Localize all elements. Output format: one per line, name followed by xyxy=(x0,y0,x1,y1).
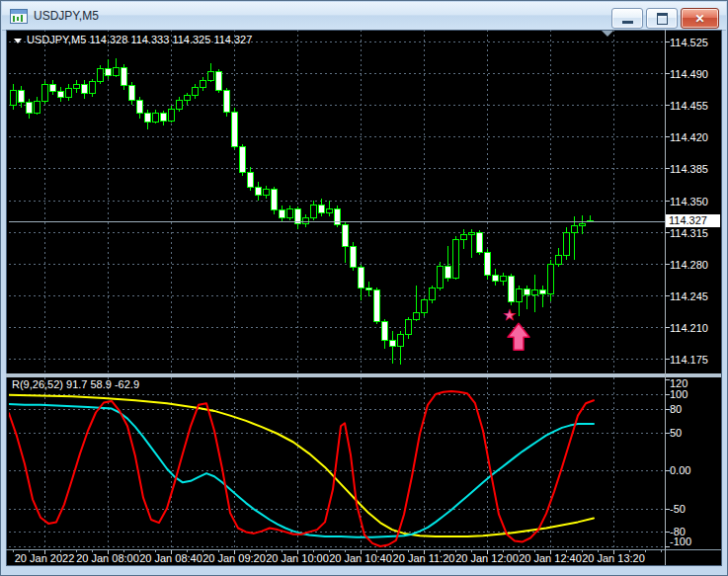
price-axis[interactable] xyxy=(666,30,721,549)
indicator-subwindow[interactable] xyxy=(6,377,665,547)
current-price-label: 114.327 xyxy=(666,214,720,227)
indicator-name-label: R(9,26,52) 91.7 58.9 -62.9 xyxy=(12,378,139,390)
mt4-chart-window: USDJPY,M5 ✕ ★114.525114.490114.455114.42… xyxy=(0,0,728,576)
chart-ohlc-header: USDJPY,M5 114.328 114.333 114.325 114.32… xyxy=(14,34,252,45)
chevron-down-icon[interactable] xyxy=(14,39,22,43)
header-ohlc: 114.328 114.333 114.325 114.327 xyxy=(89,34,252,45)
time-axis[interactable] xyxy=(6,550,721,565)
main-chart-area[interactable] xyxy=(6,30,665,373)
header-symbol: USDJPY,M5 xyxy=(27,34,86,45)
